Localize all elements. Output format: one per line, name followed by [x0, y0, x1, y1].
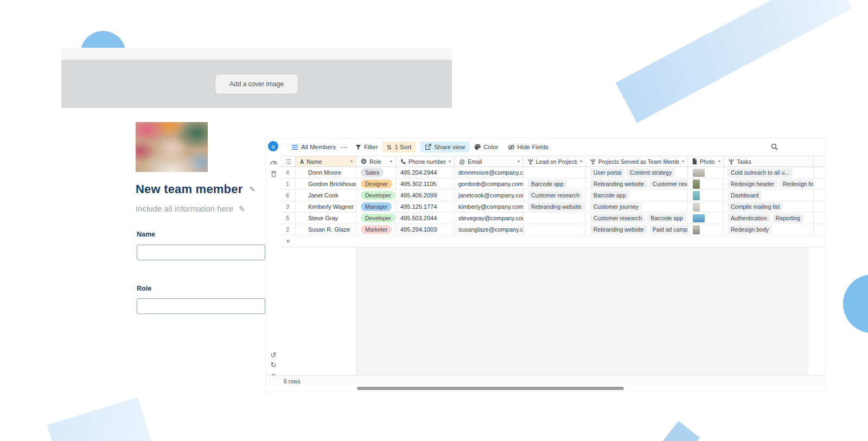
chevron-down-icon[interactable]: ▾: [580, 159, 583, 164]
cell-role[interactable]: Sales: [356, 167, 396, 178]
cell-photo[interactable]: [688, 190, 724, 201]
cell-phone[interactable]: 495.503.2044: [396, 213, 455, 223]
undo-icon[interactable]: ↺: [270, 351, 277, 359]
search-icon[interactable]: [771, 143, 778, 150]
cell-projects-served[interactable]: Rebranding websiteCustomer researchCusto…: [586, 178, 688, 189]
row-number[interactable]: 6: [280, 190, 296, 201]
linked-record-badge: Rebranding website: [590, 225, 647, 234]
cell-email[interactable]: stevegray@company.com: [455, 213, 524, 223]
cell-phone[interactable]: 495.204.2944: [396, 167, 455, 178]
chevron-down-icon[interactable]: ▾: [449, 159, 452, 164]
horizontal-scrollbar: [266, 386, 825, 392]
cell-phone[interactable]: 495.125.1774: [396, 201, 455, 212]
cell-phone[interactable]: 495.302.1105: [396, 178, 455, 189]
cell-lead-on-projects[interactable]: [524, 213, 586, 223]
avatar[interactable]: o: [268, 141, 278, 151]
hide-fields-button[interactable]: Hide Fields: [508, 144, 549, 151]
cell-name[interactable]: Kimberly Wagner: [296, 201, 356, 212]
cell-role[interactable]: Manager: [356, 201, 396, 212]
cell-tasks[interactable]: Dashboard: [724, 190, 814, 201]
chevron-down-icon[interactable]: ▾: [518, 159, 521, 164]
cell-name[interactable]: Donn Moore: [296, 167, 356, 178]
photo-thumbnail[interactable]: [693, 180, 700, 189]
add-cover-image-button[interactable]: Add a cover image: [215, 74, 298, 94]
photo-thumbnail[interactable]: [693, 191, 700, 200]
chevron-down-icon[interactable]: ▾: [682, 159, 685, 164]
cell-email[interactable]: janetcook@company.com: [455, 190, 524, 201]
cell-email[interactable]: donnmoore@company.com: [455, 167, 524, 178]
cell-name[interactable]: Gordon Brickhouse: [296, 178, 356, 189]
view-options-ellipsis-icon[interactable]: ⋯: [341, 143, 348, 151]
cell-name[interactable]: Janet Cook: [296, 190, 356, 201]
photo-thumbnail[interactable]: [693, 202, 700, 212]
row-number[interactable]: 2: [280, 224, 296, 235]
filter-button[interactable]: Filter: [355, 144, 378, 150]
trash-icon[interactable]: [270, 170, 277, 178]
column-header-email[interactable]: @Email▾: [455, 156, 524, 167]
chevron-down-icon[interactable]: ▾: [718, 159, 722, 164]
photo-thumbnail[interactable]: [693, 169, 705, 177]
redo-icon[interactable]: ↻: [270, 361, 277, 368]
cell-projects-served[interactable]: Rebranding websitePaid ad campaign: [586, 224, 688, 235]
cell-phone[interactable]: 495.294.1003: [396, 224, 455, 235]
column-header-name[interactable]: AName▾: [296, 156, 356, 167]
cell-tasks[interactable]: AuthenticationReporting: [724, 213, 814, 223]
cell-photo[interactable]: [688, 167, 724, 178]
row-number[interactable]: 3: [280, 201, 296, 212]
cell-email[interactable]: gordonb@company.com: [455, 178, 524, 189]
cell-role[interactable]: Developer: [356, 213, 396, 223]
cell-photo[interactable]: [688, 224, 724, 235]
cell-role[interactable]: Marketer: [356, 224, 396, 235]
edit-subtitle-pencil-icon[interactable]: ✎: [239, 205, 245, 213]
cell-role[interactable]: Developer: [356, 190, 396, 201]
cell-projects-served[interactable]: Barcode app: [586, 190, 688, 201]
photo-thumbnail[interactable]: [693, 225, 700, 234]
cell-lead-on-projects[interactable]: Barcode app: [524, 178, 586, 189]
cell-photo[interactable]: [688, 178, 724, 189]
grid-corner-icon[interactable]: [280, 156, 296, 167]
palette-icon: [474, 144, 481, 150]
row-number[interactable]: 1: [280, 178, 296, 189]
cell-lead-on-projects[interactable]: Rebranding websiteUser portal: [524, 201, 586, 212]
cell-lead-on-projects[interactable]: [524, 224, 586, 235]
horizontal-scrollbar-thumb[interactable]: [357, 387, 624, 390]
cell-lead-on-projects[interactable]: [524, 167, 586, 178]
cell-tasks[interactable]: Cold outreach to all u...: [724, 167, 814, 178]
cell-tasks[interactable]: Compile mailing list: [724, 201, 814, 212]
cell-photo[interactable]: [688, 201, 724, 212]
cell-name[interactable]: Susan R. Glaze: [296, 224, 356, 235]
view-switcher[interactable]: All Members: [291, 144, 336, 150]
edit-title-pencil-icon[interactable]: ✎: [249, 186, 256, 193]
role-field[interactable]: [137, 298, 265, 314]
cell-lead-on-projects[interactable]: Customer researchBarcode app: [524, 190, 586, 201]
cell-name[interactable]: Steve Gray: [296, 213, 356, 223]
cell-photo[interactable]: [688, 213, 724, 223]
cell-tasks[interactable]: Redesign headerRedesign footer: [724, 178, 814, 189]
sort-button[interactable]: 1 Sort: [382, 142, 416, 152]
column-header-tasks[interactable]: Tasks: [724, 156, 814, 167]
photo-thumbnail[interactable]: [693, 214, 705, 222]
cell-projects-served[interactable]: Customer researchBarcode app: [586, 213, 688, 223]
cell-role[interactable]: Designer: [356, 178, 396, 189]
column-header-role[interactable]: Role▾: [356, 156, 396, 167]
column-header-lead[interactable]: Lead on Projects▾: [524, 156, 586, 167]
row-number[interactable]: 4: [280, 167, 296, 178]
cell-projects-served[interactable]: User portalContent strategy: [586, 167, 688, 178]
cell-tasks[interactable]: Redesign body: [724, 224, 814, 235]
row-number[interactable]: 5: [280, 213, 296, 223]
record-photo-attachment[interactable]: [136, 122, 208, 172]
column-header-photo[interactable]: Photo▾: [688, 156, 724, 167]
column-header-phone[interactable]: Phone number▾: [396, 156, 455, 167]
chevron-down-icon[interactable]: ▾: [350, 159, 354, 164]
add-row[interactable]: +: [280, 235, 825, 247]
column-header-projects[interactable]: Projects Served as Team Member▾: [586, 156, 688, 167]
name-field[interactable]: [137, 245, 265, 260]
cell-phone[interactable]: 495.406.2099: [396, 190, 455, 201]
cell-email[interactable]: kimberly@company.com: [455, 201, 524, 212]
share-view-button[interactable]: Share view: [420, 142, 469, 152]
cell-email[interactable]: susanglaze@company.com: [455, 224, 524, 235]
gauge-icon[interactable]: [270, 158, 277, 165]
color-button[interactable]: Color: [474, 144, 498, 150]
chevron-down-icon[interactable]: ▾: [390, 159, 393, 164]
cell-projects-served[interactable]: Customer journey: [586, 201, 688, 212]
